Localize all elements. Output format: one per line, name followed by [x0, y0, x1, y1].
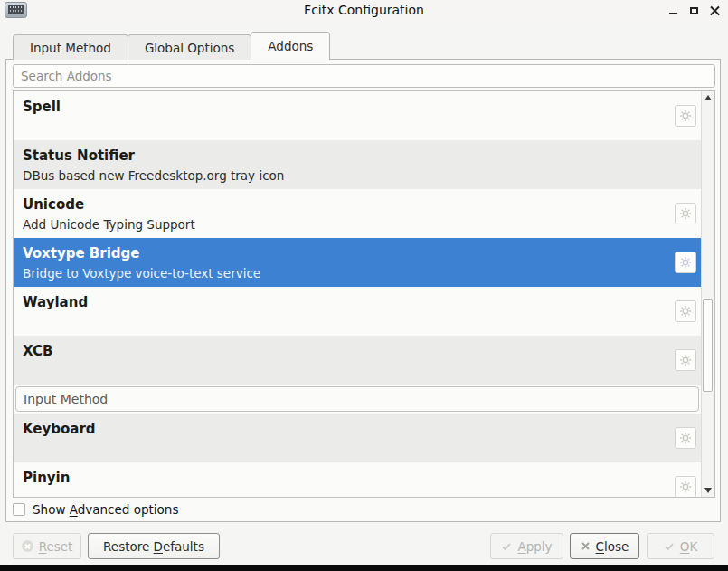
tab-label: Input Method — [30, 41, 111, 55]
show-advanced-label[interactable]: Show Advanced options — [33, 502, 178, 517]
gear-icon — [679, 256, 692, 269]
reset-icon — [22, 540, 33, 552]
gear-icon — [679, 207, 692, 220]
scrollbar-thumb[interactable] — [703, 299, 713, 392]
tab-label: Global Options — [145, 41, 234, 55]
addon-description: DBus based new Freedesktop.org tray icon — [23, 168, 665, 184]
maximize-button[interactable] — [687, 5, 700, 17]
group-header-label: Input Method — [24, 392, 108, 406]
scroll-down-button[interactable] — [702, 484, 714, 497]
addon-row-wayland[interactable]: Wayland — [14, 287, 701, 336]
arrow-down-icon — [704, 488, 712, 493]
configure-addon-button[interactable] — [675, 427, 696, 449]
titlebar: Fcitx Configuration — [0, 0, 728, 21]
addon-row-status-notifier[interactable]: Status Notifier DBus based new Freedeskt… — [14, 140, 701, 189]
window-title: Fcitx Configuration — [0, 3, 728, 17]
close-dialog-button[interactable]: Close — [570, 533, 639, 559]
tab-addons[interactable]: Addons — [251, 32, 330, 60]
restore-defaults-button[interactable]: Restore Defaults — [88, 533, 220, 559]
addon-name: Unicode — [23, 196, 665, 214]
screen-bottom-strip — [0, 565, 728, 571]
scroll-up-button[interactable] — [702, 91, 714, 104]
tab-global-options[interactable]: Global Options — [128, 34, 251, 60]
group-header-input-method: Input Method — [15, 386, 699, 412]
addon-row-keyboard[interactable]: Keyboard — [14, 414, 701, 462]
configure-addon-button[interactable] — [675, 203, 696, 224]
close-button[interactable] — [708, 5, 721, 17]
addon-name: Keyboard — [23, 421, 665, 438]
show-advanced-row: Show Advanced options — [13, 501, 178, 518]
configure-addon-button[interactable] — [675, 476, 696, 498]
addon-name: Wayland — [23, 294, 665, 311]
minimize-button[interactable] — [667, 5, 679, 17]
gear-icon — [679, 432, 692, 444]
addon-name: Voxtype Bridge — [23, 245, 665, 262]
arrow-up-icon — [704, 95, 712, 100]
addon-name: XCB — [23, 343, 665, 360]
tab-input-method[interactable]: Input Method — [13, 34, 128, 60]
gear-icon — [679, 481, 692, 493]
maximize-icon — [690, 7, 698, 14]
addon-list: Spell Status Notifier DBus based new Fre… — [13, 90, 715, 498]
addon-row-spell[interactable]: Spell — [14, 91, 701, 140]
apply-button[interactable]: Apply — [490, 533, 563, 559]
gear-icon — [679, 109, 692, 122]
addon-description: Bridge to Voxtype voice-to-text service — [23, 266, 665, 281]
search-input[interactable] — [13, 64, 715, 88]
ok-button[interactable]: OK — [647, 533, 714, 559]
reset-button[interactable]: Reset — [13, 533, 81, 559]
configure-addon-button[interactable] — [675, 349, 696, 371]
minimize-icon — [669, 13, 677, 14]
close-icon — [710, 5, 720, 15]
configure-addon-button[interactable] — [675, 252, 696, 273]
check-icon — [501, 541, 512, 552]
addon-description: Add Unicode Typing Support — [23, 217, 665, 233]
tab-label: Addons — [268, 39, 313, 53]
check-icon — [664, 541, 675, 552]
configure-addon-button[interactable] — [675, 105, 696, 127]
cross-icon — [581, 541, 591, 551]
addon-row-voxtype-bridge[interactable]: Voxtype Bridge Bridge to Voxtype voice-t… — [14, 238, 701, 287]
addon-row-unicode[interactable]: Unicode Add Unicode Typing Support — [14, 189, 701, 238]
addon-name: Pinyin — [23, 470, 665, 487]
addon-row-xcb[interactable]: XCB — [14, 336, 701, 385]
addon-name: Status Notifier — [23, 148, 665, 165]
list-scrollbar[interactable] — [701, 91, 714, 497]
addon-row-pinyin[interactable]: Pinyin — [14, 462, 701, 498]
gear-icon — [679, 305, 692, 318]
addon-name: Spell — [23, 99, 665, 116]
gear-icon — [679, 354, 692, 366]
tab-bar: Input Method Global Options Addons — [13, 33, 329, 60]
show-advanced-checkbox[interactable] — [13, 503, 25, 516]
configure-addon-button[interactable] — [675, 300, 696, 322]
